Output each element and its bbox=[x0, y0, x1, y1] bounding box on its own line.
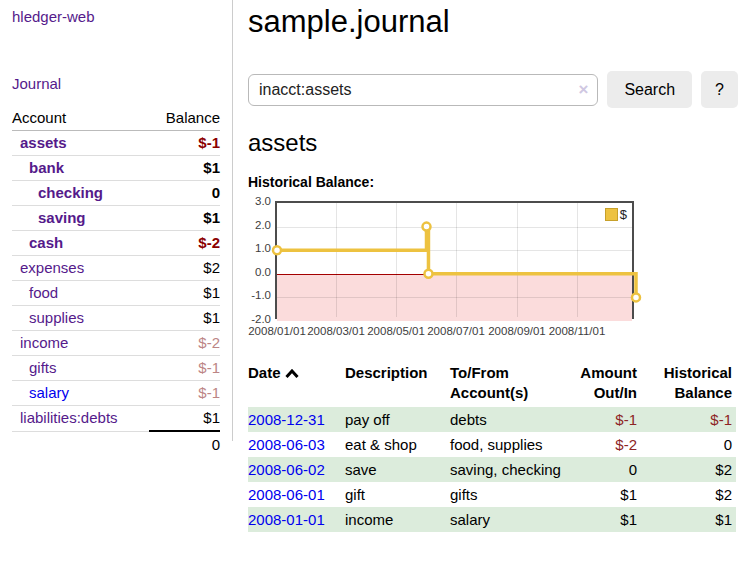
transaction-amount: $1 bbox=[569, 482, 641, 507]
search-form: × Search ? bbox=[248, 71, 738, 108]
x-axis-tick-label: 2008/05/01 bbox=[367, 325, 425, 337]
register-row[interactable]: 2008-06-01giftgifts$1$2 bbox=[248, 482, 736, 507]
transaction-description: pay off bbox=[345, 407, 450, 432]
historical-balance-chart[interactable]: $ 3.02.01.00.0-1.0-2.02008/01/012008/03/… bbox=[248, 199, 668, 339]
transaction-date-link[interactable]: 2008-06-03 bbox=[248, 436, 325, 453]
data-point-marker bbox=[424, 270, 432, 278]
legend-swatch-icon bbox=[605, 208, 618, 221]
account-link-cash[interactable]: cash bbox=[29, 234, 63, 251]
account-link-liabilities-debts[interactable]: liabilities:debts bbox=[20, 409, 118, 426]
account-row: expenses$2 bbox=[12, 256, 220, 281]
account-row: assets$-1 bbox=[12, 131, 220, 156]
account-row: salary$-1 bbox=[12, 381, 220, 406]
accounts-header-balance: Balance bbox=[149, 106, 220, 131]
x-axis-tick-label: 2008/03/01 bbox=[307, 325, 365, 337]
transaction-accounts: debts bbox=[450, 407, 569, 432]
account-row: supplies$1 bbox=[12, 306, 220, 331]
transaction-accounts: food, supplies bbox=[450, 432, 569, 457]
x-axis-tick-label: 2008/11/01 bbox=[549, 325, 606, 337]
transaction-amount: $-2 bbox=[569, 432, 641, 457]
transaction-amount: $1 bbox=[569, 507, 641, 532]
balance-line-series bbox=[277, 203, 636, 321]
x-axis-tick-label: 2008/07/01 bbox=[427, 325, 485, 337]
sidebar-item-journal[interactable]: Journal bbox=[12, 75, 220, 92]
accounts-table: Account Balance assets$-1bank$1checking0… bbox=[12, 106, 220, 458]
register-row[interactable]: 2008-12-31pay offdebts$-1$-1 bbox=[248, 407, 736, 432]
data-point-marker bbox=[423, 223, 431, 231]
accounts-total-balance: 0 bbox=[149, 431, 220, 458]
y-axis-tick-label: 1.0 bbox=[248, 242, 271, 254]
search-button[interactable]: Search bbox=[607, 71, 692, 108]
sort-ascending-icon bbox=[285, 369, 299, 378]
account-row: income$-2 bbox=[12, 331, 220, 356]
transaction-description: save bbox=[345, 457, 450, 482]
transaction-date-link[interactable]: 2008-12-31 bbox=[248, 411, 325, 428]
register-row[interactable]: 2008-06-03eat & shopfood, supplies$-20 bbox=[248, 432, 736, 457]
account-link-bank[interactable]: bank bbox=[29, 159, 64, 176]
account-link-checking[interactable]: checking bbox=[38, 184, 103, 201]
account-row: food$1 bbox=[12, 281, 220, 306]
account-balance: $1 bbox=[149, 206, 220, 231]
search-input[interactable] bbox=[248, 74, 598, 106]
brand-link[interactable]: hledger-web bbox=[12, 8, 220, 25]
transaction-amount: $-1 bbox=[569, 407, 641, 432]
transaction-description: gift bbox=[345, 482, 450, 507]
transaction-balance: 0 bbox=[641, 432, 736, 457]
y-axis-tick-label: 0.0 bbox=[248, 266, 271, 278]
transaction-description: income bbox=[345, 507, 450, 532]
register-header-balance: Historical Balance bbox=[641, 361, 736, 407]
main-content: sample.journal × Search ? assets Histori… bbox=[248, 0, 738, 532]
help-button[interactable]: ? bbox=[701, 71, 738, 108]
chart-plot-area: $ bbox=[275, 201, 634, 319]
transaction-date-link[interactable]: 2008-01-01 bbox=[248, 511, 325, 528]
account-balance: $-2 bbox=[149, 231, 220, 256]
x-axis-tick-label: 2008/09/01 bbox=[488, 325, 546, 337]
register-header-date[interactable]: Date bbox=[248, 361, 345, 407]
sidebar: hledger-web Journal Account Balance asse… bbox=[0, 0, 233, 441]
y-axis-tick-label: -1.0 bbox=[248, 289, 271, 301]
account-row: saving$1 bbox=[12, 206, 220, 231]
transaction-balance: $-1 bbox=[641, 407, 736, 432]
transaction-accounts: gifts bbox=[450, 482, 569, 507]
transaction-balance: $2 bbox=[641, 482, 736, 507]
register-header-accounts: To/From Account(s) bbox=[450, 361, 569, 407]
data-point-marker bbox=[273, 246, 281, 254]
account-balance: 0 bbox=[149, 181, 220, 206]
data-point-marker bbox=[632, 293, 640, 301]
clear-search-icon[interactable]: × bbox=[578, 79, 588, 99]
account-link-gifts[interactable]: gifts bbox=[29, 359, 57, 376]
legend-label: $ bbox=[620, 207, 627, 222]
account-link-salary[interactable]: salary bbox=[29, 384, 69, 401]
account-row: bank$1 bbox=[12, 156, 220, 181]
register-row[interactable]: 2008-06-02savesaving, checking0$2 bbox=[248, 457, 736, 482]
accounts-header-row: Account Balance bbox=[12, 106, 220, 131]
account-balance: $1 bbox=[149, 281, 220, 306]
chart-legend: $ bbox=[605, 207, 627, 222]
account-link-saving[interactable]: saving bbox=[38, 209, 86, 226]
hledger-web-page: hledger-web Journal Account Balance asse… bbox=[0, 0, 742, 582]
transaction-date-link[interactable]: 2008-06-02 bbox=[248, 461, 325, 478]
account-row: gifts$-1 bbox=[12, 356, 220, 381]
y-axis-tick-label: -2.0 bbox=[248, 313, 271, 325]
account-row: cash$-2 bbox=[12, 231, 220, 256]
transaction-balance: $1 bbox=[641, 507, 736, 532]
x-axis-tick-label: 2008/01/01 bbox=[248, 325, 306, 337]
account-link-supplies[interactable]: supplies bbox=[29, 309, 84, 326]
account-heading: assets bbox=[248, 129, 738, 157]
accounts-header-account: Account bbox=[12, 106, 149, 131]
page-title: sample.journal bbox=[248, 4, 738, 40]
transaction-date-link[interactable]: 2008-06-01 bbox=[248, 486, 325, 503]
transaction-balance: $2 bbox=[641, 457, 736, 482]
account-balance: $-1 bbox=[149, 356, 220, 381]
account-balance: $1 bbox=[149, 156, 220, 181]
account-link-food[interactable]: food bbox=[29, 284, 58, 301]
register-row[interactable]: 2008-01-01incomesalary$1$1 bbox=[248, 507, 736, 532]
account-link-assets[interactable]: assets bbox=[20, 134, 67, 151]
account-link-expenses[interactable]: expenses bbox=[20, 259, 84, 276]
account-balance: $-1 bbox=[149, 131, 220, 156]
transaction-accounts: salary bbox=[450, 507, 569, 532]
account-link-income[interactable]: income bbox=[20, 334, 68, 351]
account-row: checking0 bbox=[12, 181, 220, 206]
account-balance: $1 bbox=[149, 406, 220, 432]
account-balance: $-2 bbox=[149, 331, 220, 356]
